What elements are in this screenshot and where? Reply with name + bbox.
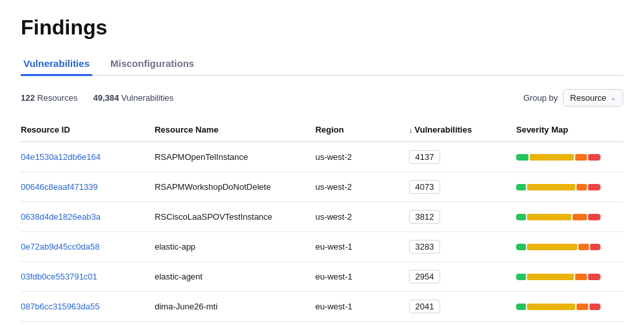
- cell-region: us-west-2: [316, 202, 409, 232]
- resource-id-link[interactable]: 087b6cc315963da55: [21, 302, 99, 311]
- cell-resource-name: RSAPMWorkshopDoNotDelete: [155, 172, 315, 202]
- severity-segment: [573, 214, 587, 220]
- cell-resource-id: 00646c8eaaf471339: [21, 172, 155, 202]
- severity-segment: [588, 154, 601, 161]
- vuln-count-badge: 4137: [409, 150, 440, 164]
- group-by-value: Resource: [570, 93, 606, 103]
- sort-down-icon: ↓: [409, 126, 413, 134]
- resource-id-link[interactable]: 0e72ab9d45cc0da58: [21, 242, 99, 252]
- vuln-count-badge: 2954: [409, 270, 440, 283]
- severity-bar: [516, 274, 601, 280]
- cell-resource-name: elastic-app: [155, 232, 315, 262]
- resource-id-link[interactable]: 04e1530a12db6e164: [21, 152, 101, 162]
- cell-region: eu-west-1: [316, 292, 409, 322]
- severity-segment: [530, 154, 574, 161]
- severity-segment: [516, 304, 526, 310]
- group-by-control: Group by Resource ⌄: [523, 89, 623, 107]
- cell-vulnerabilities: 3283: [409, 232, 516, 262]
- severity-bar: [516, 304, 601, 310]
- col-region: Region: [316, 118, 409, 142]
- cell-vulnerabilities: 4073: [409, 172, 516, 202]
- resources-stat: 122 Resources: [21, 93, 77, 103]
- table-row: 087b6cc315963da55dima-June26-mtieu-west-…: [21, 292, 623, 322]
- vuln-count-badge: 3283: [409, 240, 440, 254]
- resource-id-link[interactable]: 0638d4de1826eab3a: [21, 212, 101, 222]
- cell-resource-id: 0638d4de1826eab3a: [21, 202, 155, 232]
- col-vulnerabilities[interactable]: ↓Vulnerabilities: [409, 118, 516, 142]
- vulnerabilities-stat: 49,384 Vulnerabilities: [93, 93, 173, 103]
- resource-id-link[interactable]: 03fdb0ce553791c01: [21, 272, 97, 281]
- cell-severity-map: [516, 142, 623, 172]
- cell-severity-map: [516, 172, 623, 202]
- group-by-label: Group by: [523, 93, 558, 103]
- severity-segment: [516, 184, 526, 190]
- severity-segment: [576, 184, 587, 190]
- cell-severity-map: [516, 202, 623, 232]
- vuln-count-badge: 3812: [409, 210, 440, 224]
- findings-table: Resource ID Resource Name Region ↓Vulner…: [21, 118, 623, 322]
- cell-severity-map: [516, 262, 623, 292]
- severity-segment: [588, 274, 601, 280]
- severity-bar: [516, 154, 601, 161]
- severity-segment: [575, 154, 588, 161]
- table-row: 03fdb0ce553791c01elastic-agenteu-west-12…: [21, 262, 623, 292]
- cell-resource-id: 03fdb0ce553791c01: [21, 262, 155, 292]
- severity-segment: [527, 304, 575, 310]
- severity-segment: [527, 274, 574, 280]
- cell-resource-name: RSAPMOpenTelInstance: [155, 142, 315, 172]
- table-header-row: Resource ID Resource Name Region ↓Vulner…: [21, 118, 623, 142]
- tab-vulnerabilities[interactable]: Vulnerabilities: [21, 53, 92, 76]
- cell-vulnerabilities: 3812: [409, 202, 516, 232]
- cell-vulnerabilities: 2954: [409, 262, 516, 292]
- cell-region: us-west-2: [316, 142, 409, 172]
- severity-segment: [527, 244, 577, 250]
- severity-segment: [588, 214, 601, 220]
- cell-resource-id: 087b6cc315963da55: [21, 292, 155, 322]
- stats-row: 122 Resources 49,384 Vulnerabilities Gro…: [21, 89, 623, 107]
- col-severity-map: Severity Map: [516, 118, 623, 142]
- col-resource-id: Resource ID: [21, 118, 155, 142]
- severity-segment: [588, 184, 601, 190]
- table-row: 0e72ab9d45cc0da58elastic-appeu-west-1328…: [21, 232, 623, 262]
- severity-segment: [590, 244, 601, 250]
- severity-segment: [516, 274, 526, 280]
- severity-segment: [575, 274, 588, 280]
- severity-segment: [516, 214, 526, 220]
- severity-bar: [516, 184, 601, 190]
- cell-severity-map: [516, 232, 623, 262]
- vuln-count-badge: 4073: [409, 180, 440, 194]
- table-row: 00646c8eaaf471339RSAPMWorkshopDoNotDelet…: [21, 172, 623, 202]
- cell-resource-name: dima-June26-mti: [155, 292, 315, 322]
- resource-id-link[interactable]: 00646c8eaaf471339: [21, 182, 98, 192]
- cell-region: eu-west-1: [316, 232, 409, 262]
- tab-bar: Vulnerabilities Misconfigurations: [21, 53, 623, 76]
- cell-region: eu-west-1: [316, 262, 409, 292]
- table-row: 04e1530a12db6e164RSAPMOpenTelInstanceus-…: [21, 142, 623, 172]
- severity-segment: [516, 154, 528, 161]
- cell-vulnerabilities: 2041: [409, 292, 516, 322]
- severity-segment: [516, 244, 526, 250]
- chevron-down-icon: ⌄: [610, 94, 616, 102]
- tab-misconfigurations[interactable]: Misconfigurations: [108, 53, 197, 76]
- cell-resource-name: RSCiscoLaaSPOVTestInstance: [155, 202, 315, 232]
- col-resource-name: Resource Name: [155, 118, 315, 142]
- cell-severity-map: [516, 292, 623, 322]
- cell-vulnerabilities: 4137: [409, 142, 516, 172]
- severity-segment: [527, 214, 571, 220]
- page-title: Findings: [21, 16, 623, 40]
- severity-segment: [578, 244, 589, 250]
- severity-bar: [516, 214, 601, 220]
- severity-bar: [516, 244, 601, 250]
- severity-segment: [589, 304, 601, 310]
- stats-summary: 122 Resources 49,384 Vulnerabilities: [21, 93, 173, 103]
- cell-region: us-west-2: [316, 172, 409, 202]
- vuln-count-badge: 2041: [409, 300, 440, 313]
- cell-resource-id: 0e72ab9d45cc0da58: [21, 232, 155, 262]
- group-by-select[interactable]: Resource ⌄: [563, 89, 623, 107]
- cell-resource-name: elastic-agent: [155, 262, 315, 292]
- cell-resource-id: 04e1530a12db6e164: [21, 142, 155, 172]
- severity-segment: [527, 184, 575, 190]
- severity-segment: [576, 304, 588, 310]
- table-row: 0638d4de1826eab3aRSCiscoLaaSPOVTestInsta…: [21, 202, 623, 232]
